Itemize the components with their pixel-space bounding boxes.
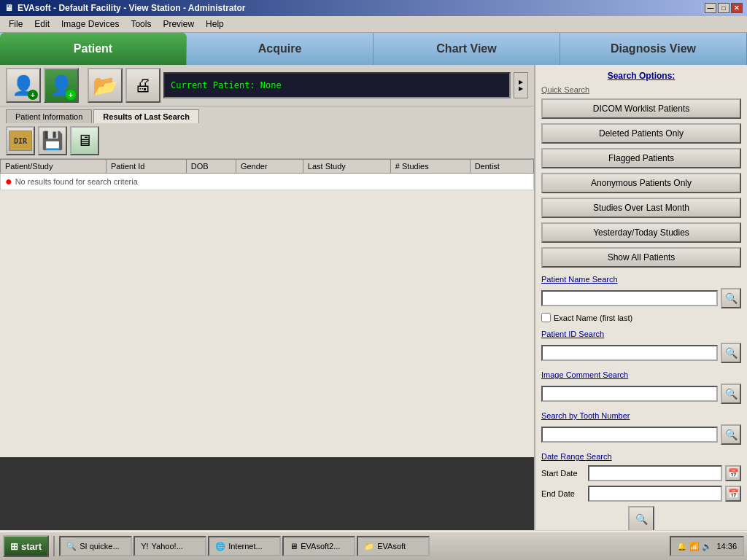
network-import-button[interactable]: 🖥 [70,126,99,155]
end-date-label: End Date [541,489,585,498]
add-icon: + [28,90,38,100]
image-comment-search-row: 🔍 [541,384,741,404]
magnify-icon-5: 🔍 [635,513,648,525]
end-date-calendar-button[interactable]: 📅 [725,486,741,502]
menu-help[interactable]: Help [200,18,230,31]
image-comment-search-button[interactable]: 🔍 [721,384,741,404]
start-label: start [21,541,42,552]
start-button[interactable]: ⊞ start [3,535,49,557]
si-icon: 🔍 [66,542,77,551]
col-num-studies: # Studies [390,160,470,174]
taskbar-item-yahoo[interactable]: Y! Yahoo!... [133,536,206,556]
tab-patient-information[interactable]: Patient Information [6,109,92,123]
expand-button-1[interactable]: ▶ ▶ [514,72,528,98]
menu-preview[interactable]: Preview [157,18,200,31]
taskbar-item-ie[interactable]: 🌐 Internet... [208,536,281,556]
studies-last-month-button[interactable]: Studies Over Last Month [541,198,741,218]
image-comment-input[interactable] [541,386,718,402]
anonymous-patients-button[interactable]: Anonymous Patients Only [541,173,741,193]
dicom-worklist-button[interactable]: DICOM Worklist Patients [541,98,741,119]
magnify-icon-3: 🔍 [725,388,738,400]
folder-icon: 📂 [93,74,118,98]
dir-icon: DIR [9,131,32,151]
yesterday-today-button[interactable]: Yesterday/Today Studies [541,222,741,243]
date-search-button[interactable]: 🔍 [628,506,654,530]
col-patient-study: Patient/Study [1,160,107,174]
exact-name-row: Exact Name (first last) [541,313,741,322]
taskbar-item-evasoft[interactable]: 📁 EVAsoft [357,536,430,556]
close-button[interactable]: ✕ [731,3,743,13]
menu-edit[interactable]: Edit [28,18,55,31]
tray-icons: 🔔 📶 🔊 [677,542,712,551]
magnify-icon-2: 🔍 [725,347,738,359]
flagged-patients-button[interactable]: Flagged Patients [541,148,741,168]
taskbar-item-si[interactable]: 🔍 SI quicke... [59,536,132,556]
start-date-input[interactable] [588,465,722,481]
open-folder-button[interactable]: 📂 [88,68,123,103]
separator-1 [82,71,85,100]
patient-id-search-row: 🔍 [541,343,741,363]
right-panel: Search Options: Quick Search DICOM Workl… [535,65,747,530]
show-all-patients-button[interactable]: Show All Patients [541,247,741,268]
scanner-button[interactable]: 🖨 [125,68,160,103]
black-preview-area [0,457,534,530]
tab-chart-view[interactable]: Chart View [374,33,560,65]
patient-id-search-label: Patient ID Search [541,330,741,338]
menu-tools[interactable]: Tools [125,18,157,31]
windows-icon: ⊞ [10,541,18,552]
col-dob: DOB [186,160,236,174]
maximize-button[interactable]: □ [718,3,729,13]
dir-button[interactable]: DIR [6,126,35,155]
tooth-number-search-row: 🔍 [541,424,741,445]
tab-diagnosis-view[interactable]: Diagnosis View [560,33,747,65]
system-tray: 🔔 📶 🔊 14:36 [670,536,744,556]
taskbar-item-evasoft2[interactable]: 🖥 EVAsoft2... [282,536,355,556]
deleted-patients-button[interactable]: Deleted Patients Only [541,123,741,144]
tooth-number-search-label: Search by Tooth Number [541,411,741,420]
exact-name-checkbox[interactable] [541,313,551,322]
results-table: Patient/Study Patient Id DOB Gender Last… [0,159,534,190]
app-icon: 🖥 [4,3,13,13]
patient-name-search-row: 🔍 [541,288,741,308]
date-range-search-label: Date Range Search [541,452,741,461]
tab-results-last-search[interactable]: Results of Last Search [93,109,199,123]
tooth-number-input[interactable] [541,427,718,443]
tooth-number-search-button[interactable]: 🔍 [721,424,741,445]
end-date-input[interactable] [588,486,722,502]
menu-image-devices[interactable]: Image Devices [55,18,125,31]
top-toolbar: 👤 + 👤 + 📂 🖨 Current Patient: None [0,65,534,106]
menu-file[interactable]: File [3,18,28,31]
left-panel: 👤 + 👤 + 📂 🖨 Current Patient: None [0,65,535,530]
start-date-calendar-button[interactable]: 📅 [725,465,741,481]
quick-search-label: Quick Search [541,85,741,94]
calendar-icon-2: 📅 [728,489,739,499]
patient-name-input[interactable] [541,290,718,306]
taskbar: ⊞ start 🔍 SI quicke... Y! Yahoo!... 🌐 In… [0,531,747,560]
new-patient-button[interactable]: 👤 + [44,68,79,103]
patient-id-search-button[interactable]: 🔍 [721,343,741,363]
add-patient-button[interactable]: 👤 + [6,68,41,103]
patient-name-search-button[interactable]: 🔍 [721,288,741,308]
taskbar-items: 🔍 SI quicke... Y! Yahoo!... 🌐 Internet..… [59,536,667,556]
tab-acquire[interactable]: Acquire [187,33,374,65]
patient-id-input[interactable] [541,345,718,361]
sub-tabs: Patient Information Results of Last Sear… [0,106,534,123]
evasoft-label: EVAsoft [377,542,406,551]
ie-icon: 🌐 [215,542,225,551]
save-button-1[interactable]: 💾 [38,126,67,155]
image-comment-search-label: Image Comment Search [541,370,741,379]
col-last-study: Last Study [303,160,390,174]
col-gender: Gender [236,160,303,174]
ie-label: Internet... [228,542,262,551]
yahoo-icon: Y! [141,542,148,551]
tab-patient[interactable]: Patient [0,33,187,65]
current-patient-text: Current Patient: None [171,80,282,90]
evasoft2-icon: 🖥 [290,542,298,551]
scanner-icon: 🖨 [134,75,152,96]
menu-bar: File Edit Image Devices Tools Preview He… [0,16,747,33]
dot-icon: ● [5,175,12,188]
no-results-text: No results found for search criteria [15,177,138,186]
title-bar: 🖥 EVAsoft - Default Facility - View Stat… [0,0,747,16]
minimize-button[interactable]: — [705,3,716,13]
magnify-icon-4: 🔍 [725,429,738,440]
